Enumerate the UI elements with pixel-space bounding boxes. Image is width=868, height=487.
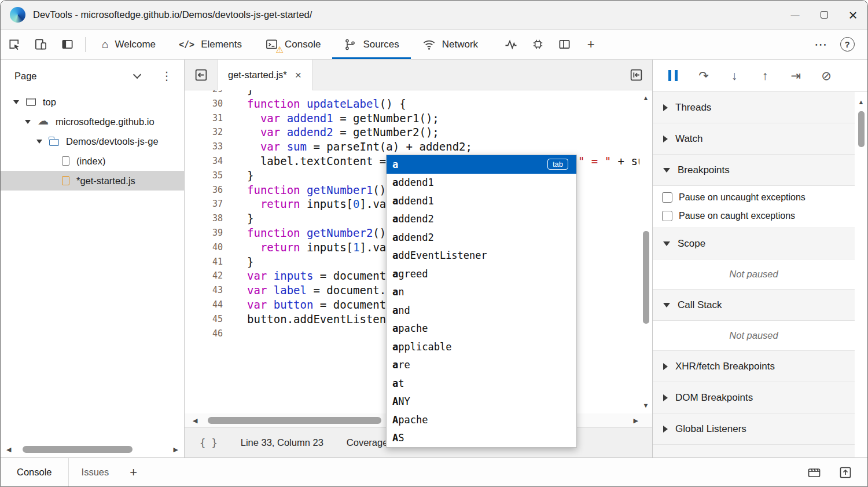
scrollbar-thumb[interactable] <box>643 231 649 324</box>
line-number[interactable]: 34 <box>185 154 230 169</box>
scroll-right-icon[interactable]: ▶ <box>634 418 638 424</box>
autocomplete-item[interactable]: at <box>387 374 576 393</box>
line-number[interactable]: 40 <box>185 240 230 255</box>
autocomplete-item[interactable]: addEventListener <box>387 247 576 265</box>
tree-item-folder[interactable]: Demos/devtools-js-ge <box>1 131 184 151</box>
line-number[interactable]: 36 <box>185 183 230 197</box>
code-line[interactable]: var addend1 = getNumber1(); <box>247 111 639 126</box>
line-number[interactable]: 35 <box>185 169 230 183</box>
tab-network[interactable]: Network <box>411 30 490 59</box>
line-number[interactable]: 38 <box>185 211 230 226</box>
scrollbar-track[interactable] <box>14 446 170 453</box>
pause-button[interactable] <box>665 70 681 81</box>
scrollbar-thumb[interactable] <box>23 446 133 453</box>
autocomplete-item[interactable]: ANY <box>387 393 576 411</box>
tab-console[interactable]: ⚠ Console <box>253 30 332 59</box>
performance-button[interactable] <box>498 30 524 59</box>
autocomplete-item[interactable]: addend2 <box>387 210 576 229</box>
step-button[interactable]: ⇥ <box>788 69 803 83</box>
autocomplete-item[interactable]: apache <box>387 320 576 338</box>
braces-icon[interactable]: { } <box>200 437 218 449</box>
debugger-toggle-button[interactable] <box>620 60 652 90</box>
tree-item-top[interactable]: top <box>1 92 184 112</box>
section-header-call-stack[interactable]: Call Stack <box>653 290 855 321</box>
scroll-left-icon[interactable]: ◀ <box>193 418 197 424</box>
navigator-toggle-button[interactable] <box>185 60 217 90</box>
breakpoint-option-row[interactable]: Pause on caught exceptions <box>653 207 855 225</box>
line-number[interactable]: 32 <box>185 125 230 140</box>
tree-expand-icon[interactable] <box>25 120 31 124</box>
step-into-button[interactable]: ↓ <box>727 69 742 83</box>
section-header-xhr-fetch-breakpoints[interactable]: XHR/fetch Breakpoints <box>653 351 855 382</box>
section-header-scope[interactable]: Scope <box>653 228 855 259</box>
section-header-dom-breakpoints[interactable]: DOM Breakpoints <box>653 382 855 413</box>
scrollbar-thumb[interactable] <box>208 417 381 424</box>
layout-button[interactable] <box>551 30 578 59</box>
device-emulation-button[interactable] <box>27 30 54 59</box>
line-number[interactable]: 30 <box>185 97 230 111</box>
expand-panel-button[interactable] <box>838 466 852 479</box>
scroll-down-icon[interactable]: ▼ <box>643 402 649 409</box>
autocomplete-item[interactable]: addend2 <box>387 228 576 247</box>
line-number[interactable]: 43 <box>185 283 230 298</box>
tree-item-origin[interactable]: ☁ microsoftedge.github.io <box>1 112 184 131</box>
line-number[interactable]: 41 <box>185 255 230 269</box>
autocomplete-item[interactable]: Apache <box>387 411 576 429</box>
panel-vertical-scrollbar[interactable]: ▲ <box>855 92 867 457</box>
help-button[interactable]: ? <box>834 30 860 59</box>
chevron-down-icon[interactable] <box>133 71 141 79</box>
inspect-button[interactable] <box>1 30 27 59</box>
drawer-tab-console[interactable]: Console <box>1 458 68 486</box>
code-line[interactable]: var addend2 = getNumber2(); <box>247 125 639 140</box>
tab-elements[interactable]: </> Elements <box>167 30 253 59</box>
scroll-left-icon[interactable]: ◀ <box>6 446 11 453</box>
scroll-up-icon[interactable]: ▲ <box>643 95 649 101</box>
screencast-button[interactable] <box>807 466 821 479</box>
autocomplete-item[interactable]: AS <box>387 429 576 448</box>
more-options-button[interactable]: ⋯ <box>807 30 834 59</box>
close-tab-icon[interactable]: × <box>295 69 301 80</box>
autocomplete-item[interactable]: addend1 <box>387 192 576 210</box>
autocomplete-item[interactable]: atab <box>387 155 576 174</box>
section-header-threads[interactable]: Threads <box>653 92 855 123</box>
autocomplete-item[interactable]: applicable <box>387 338 576 356</box>
line-number[interactable]: 39 <box>185 226 230 240</box>
autocomplete-item[interactable]: and <box>387 301 576 320</box>
kebab-menu-icon[interactable]: ⋮ <box>161 69 172 83</box>
section-header-global-listeners[interactable]: Global Listeners <box>653 413 855 445</box>
maximize-button[interactable] <box>810 1 838 29</box>
tree-item-get-started[interactable]: *get-started.js <box>1 171 184 191</box>
autocomplete-item[interactable]: agreed <box>387 265 576 283</box>
tree-item-index[interactable]: (index) <box>1 151 184 171</box>
step-over-button[interactable]: ↷ <box>696 69 711 83</box>
line-number[interactable]: 46 <box>185 327 230 341</box>
line-number[interactable]: 29 <box>185 90 230 97</box>
sidebar-horizontal-scrollbar[interactable]: ◀ ▶ <box>1 445 184 454</box>
breakpoint-option-row[interactable]: Pause on uncaught exceptions <box>653 188 855 207</box>
scroll-up-icon[interactable]: ▲ <box>858 99 865 105</box>
tree-expand-icon[interactable] <box>13 100 19 104</box>
section-header-breakpoints[interactable]: Breakpoints <box>653 155 855 186</box>
line-number[interactable]: 42 <box>185 269 230 283</box>
tab-sources[interactable]: Sources <box>332 30 410 59</box>
step-out-button[interactable]: ↑ <box>757 69 773 83</box>
drawer-tab-issues[interactable]: Issues <box>69 458 122 486</box>
line-number[interactable]: 37 <box>185 197 230 211</box>
add-panel-button[interactable]: + <box>578 30 604 59</box>
tab-welcome[interactable]: ⌂ Welcome <box>90 30 167 59</box>
autocomplete-item[interactable]: are <box>387 356 576 375</box>
line-number[interactable]: 31 <box>185 111 230 126</box>
scrollbar-thumb[interactable] <box>858 111 865 147</box>
dock-side-button[interactable] <box>54 30 80 59</box>
memory-button[interactable] <box>524 30 551 59</box>
checkbox[interactable] <box>662 211 672 221</box>
line-number[interactable]: 44 <box>185 298 230 312</box>
minimize-button[interactable]: — <box>781 1 810 29</box>
section-header-watch[interactable]: Watch <box>653 123 855 155</box>
code-line[interactable]: function updateLabel() { <box>247 97 639 111</box>
close-button[interactable]: × <box>838 1 867 29</box>
scroll-right-icon[interactable]: ▶ <box>174 446 178 453</box>
code-line[interactable]: } <box>247 90 639 97</box>
checkbox[interactable] <box>662 192 672 203</box>
line-number[interactable]: 45 <box>185 312 230 327</box>
